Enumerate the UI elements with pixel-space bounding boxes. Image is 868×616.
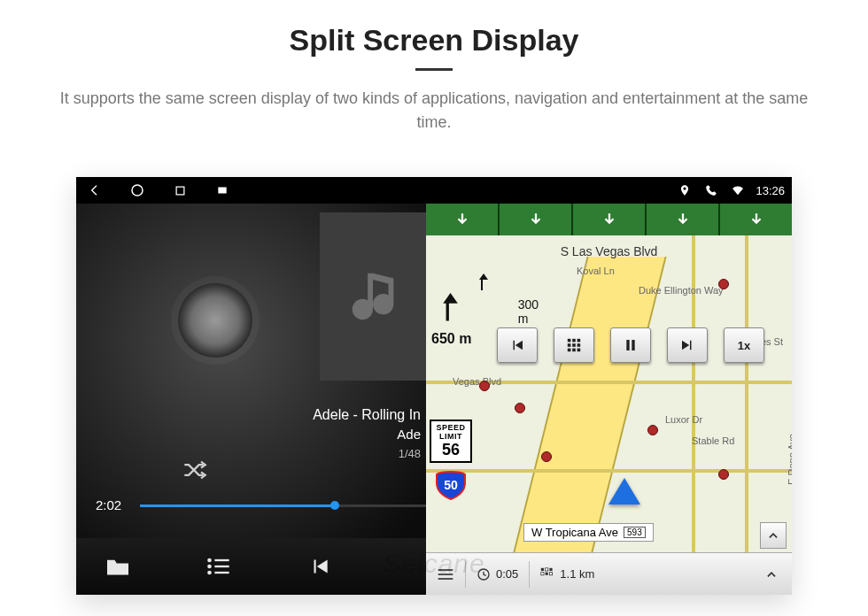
svg-rect-1 (176, 187, 184, 195)
music-bottom-bar (76, 538, 426, 595)
location-icon (676, 181, 694, 199)
poi-icon[interactable] (479, 381, 490, 391)
back-icon[interactable] (83, 179, 106, 202)
device-screenshot: 13:26 Adele - Rolling In Ade 1/48 2:02 (76, 177, 792, 595)
street-number-badge: 593 (624, 527, 646, 538)
svg-rect-9 (568, 339, 571, 343)
svg-rect-28 (541, 572, 544, 574)
previous-track-icon[interactable] (305, 551, 335, 581)
svg-rect-17 (577, 349, 581, 352)
svg-point-7 (208, 572, 210, 574)
title-underline (415, 68, 453, 71)
turn-right-icon (472, 271, 493, 292)
lane-guidance-bar (426, 204, 792, 235)
svg-rect-14 (577, 343, 581, 347)
recents-icon[interactable] (168, 179, 191, 202)
svg-rect-30 (550, 572, 553, 574)
android-statusbar: 13:26 (76, 177, 792, 204)
poi-icon[interactable] (647, 425, 658, 435)
page-title: Split Screen Display (0, 23, 868, 58)
svg-rect-29 (546, 572, 548, 574)
collapse-up-button[interactable] (760, 522, 787, 549)
turn-left-icon (431, 287, 467, 326)
skip-forward-button[interactable] (667, 327, 708, 363)
pause-button[interactable] (610, 327, 651, 363)
svg-rect-12 (568, 343, 571, 347)
svg-text:50: 50 (444, 478, 458, 492)
wifi-icon (729, 181, 747, 199)
map-label: Duke Ellington Way (639, 285, 724, 296)
poi-icon[interactable] (718, 469, 729, 480)
svg-rect-19 (632, 340, 634, 350)
speed-button[interactable]: 1x (724, 327, 764, 363)
progress-bar[interactable] (140, 504, 426, 507)
map-label: Koval Ln (577, 266, 615, 276)
lane-arrow-icon (500, 204, 573, 235)
svg-rect-10 (572, 339, 576, 343)
navigation-pane: Koval Ln Duke Ellington Way Giles St E R… (426, 204, 792, 595)
poi-icon[interactable] (515, 403, 525, 413)
music-pane: Adele - Rolling In Ade 1/48 2:02 (76, 204, 426, 595)
track-artist: Ade (397, 427, 421, 442)
track-title: Adele - Rolling In (313, 407, 421, 423)
album-art-placeholder (320, 212, 426, 381)
svg-rect-2 (218, 188, 226, 194)
svg-rect-27 (550, 567, 553, 570)
svg-point-5 (208, 566, 210, 567)
clock: 13:26 (756, 184, 785, 197)
upcoming-street: S Las Vegas Blvd (426, 244, 792, 258)
screenshot-icon[interactable] (211, 179, 234, 202)
route-shield: 50 (435, 469, 467, 501)
home-icon[interactable] (126, 179, 149, 202)
rewind-button[interactable] (554, 327, 594, 363)
map-label: Luxor Dr (665, 414, 702, 425)
speed-limit-sign: SPEED LIMIT 56 (430, 420, 472, 463)
visualizer-disc (178, 283, 252, 358)
svg-point-3 (208, 559, 210, 561)
lane-arrow-icon (720, 204, 792, 235)
svg-point-0 (132, 185, 143, 196)
page-subtitle: It supports the same screen display of t… (44, 87, 824, 135)
elapsed-time: 2:02 (96, 497, 121, 512)
track-index: 1/48 (399, 447, 421, 460)
svg-rect-16 (572, 349, 576, 352)
nav-bottom-bar: 0:05 1.1 km (426, 552, 792, 595)
map-label: Vegas Blvd (453, 376, 501, 387)
current-street: W Tropicana Ave 593 (523, 523, 654, 542)
map-playback-controls: 1x (497, 327, 764, 363)
lane-arrow-icon (426, 204, 500, 235)
map-label: E Reno Ave (787, 434, 792, 485)
svg-rect-25 (541, 567, 544, 570)
menu-button[interactable] (426, 567, 465, 581)
svg-rect-26 (546, 567, 548, 570)
next-turn-distance: 300 m (518, 297, 545, 326)
playlist-icon[interactable] (204, 551, 234, 581)
expand-button[interactable] (755, 568, 792, 581)
poi-icon[interactable] (718, 279, 729, 289)
eta-time: 0:05 (466, 567, 529, 581)
lane-arrow-icon (573, 204, 647, 235)
svg-rect-15 (568, 349, 571, 352)
svg-rect-18 (626, 340, 629, 350)
poi-icon[interactable] (541, 451, 552, 462)
lane-arrow-icon (647, 204, 720, 235)
shuffle-icon[interactable] (182, 460, 209, 480)
phone-icon (702, 181, 720, 199)
svg-rect-11 (577, 339, 581, 343)
folder-icon[interactable] (103, 551, 133, 581)
svg-rect-13 (572, 343, 576, 347)
map-label: Stable Rd (692, 435, 734, 446)
remaining-distance: 1.1 km (530, 567, 605, 581)
vehicle-heading-icon (608, 478, 640, 504)
skip-back-button[interactable] (497, 327, 538, 363)
